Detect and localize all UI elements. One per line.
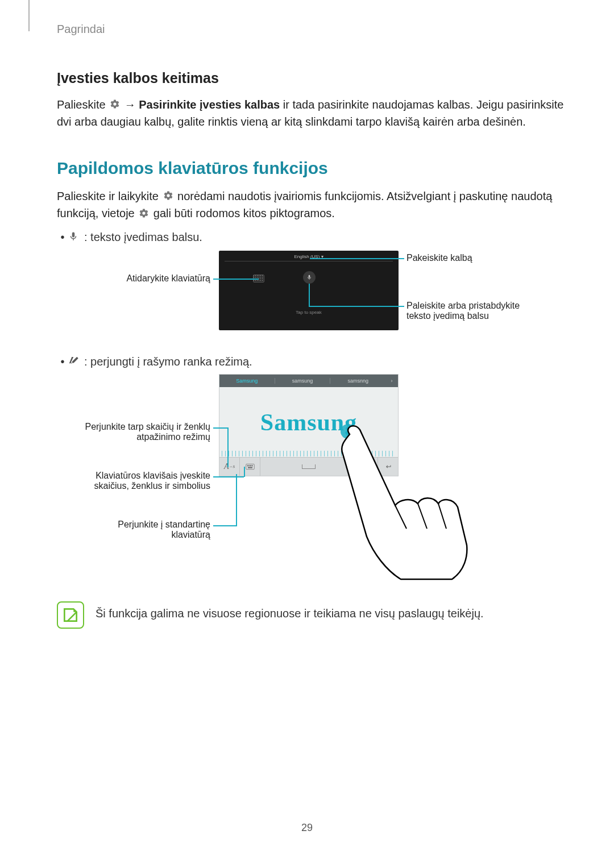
bullet-text: : perjungti į rašymo ranka režimą. [84,355,252,368]
bullet-text: : teksto įvedimas balsu. [84,231,202,244]
tap-to-speak: Tap to speak [219,310,399,315]
gear-icon [110,97,120,114]
suggestion-2: samsung [275,378,331,384]
bullet-dot: • [57,231,68,244]
page-number: 29 [0,822,614,834]
callout-change-language: Pakeiskite kalbą [406,253,520,263]
mode-key-icon: A↔$ [219,458,240,476]
section2-para: Palieskite ir laikykite norėdami naudoti… [57,188,574,222]
svg-rect-1 [247,465,248,466]
mic-icon [68,231,84,245]
bullet-voice: • : teksto įvedimas balsu. [57,231,574,245]
hand-icon [333,423,469,582]
text: Palieskite [57,98,109,111]
suggestion-1: Samsung [219,378,275,384]
text: Palieskite ir laikykite [57,190,162,202]
svg-rect-2 [248,465,250,466]
svg-rect-0 [246,464,254,469]
note-icon [57,601,84,629]
suggestion-3: samsnng [330,378,385,384]
callout-start-stop: Paleiskite arba pristabdykite teksto įve… [406,301,526,321]
note-text: Ši funkcija galima ne visuose regionuose… [96,601,484,620]
callout-kbd-keys: Klaviatūros klavišais įveskite skaičius,… [82,471,210,491]
callout-switch-num: Perjunkite tarp skaičių ir ženklų atpaži… [82,422,210,442]
bullet-handwriting: • : perjungti į rašymo ranka režimą. [57,355,574,368]
section1-para: Palieskite → Pasirinkite įvesties kalbas… [57,97,574,130]
callout-std-kbd: Perjunkite į standartinę klaviatūrą [82,520,210,540]
bullet-dot: • [57,355,68,368]
page-header: Pagrindai [57,23,574,36]
suggestion-bar: Samsung samsung samsnng › [219,375,398,387]
handwriting-icon [68,355,84,368]
text: gali būti rodomos kitos piktogramos. [154,207,335,219]
arrow-text: → [125,98,139,111]
callout-open-keyboard: Atidarykite klaviatūrą [82,273,210,284]
mic-button-icon [303,271,316,284]
chevron-right-icon: › [385,378,398,384]
voice-input-diagram: English (US) ▾ Tap to speak Atidarykite … [82,251,549,347]
section1-title: Įvesties kalbos keitimas [57,70,574,86]
handwriting-diagram: Samsung samsung samsnng › Samsung A↔$ [82,374,549,590]
keyboard-key-icon [240,458,260,476]
gear-icon [163,189,173,205]
svg-rect-3 [250,465,251,466]
section2-title: Papildomos klaviatūros funkcijos [57,159,574,178]
note-box: Ši funkcija galima ne visuose regionuose… [57,601,574,629]
bold-text: Pasirinkite įvesties kalbas [139,98,280,111]
svg-rect-5 [248,467,252,468]
gear-icon [139,206,149,223]
svg-rect-4 [251,465,252,466]
